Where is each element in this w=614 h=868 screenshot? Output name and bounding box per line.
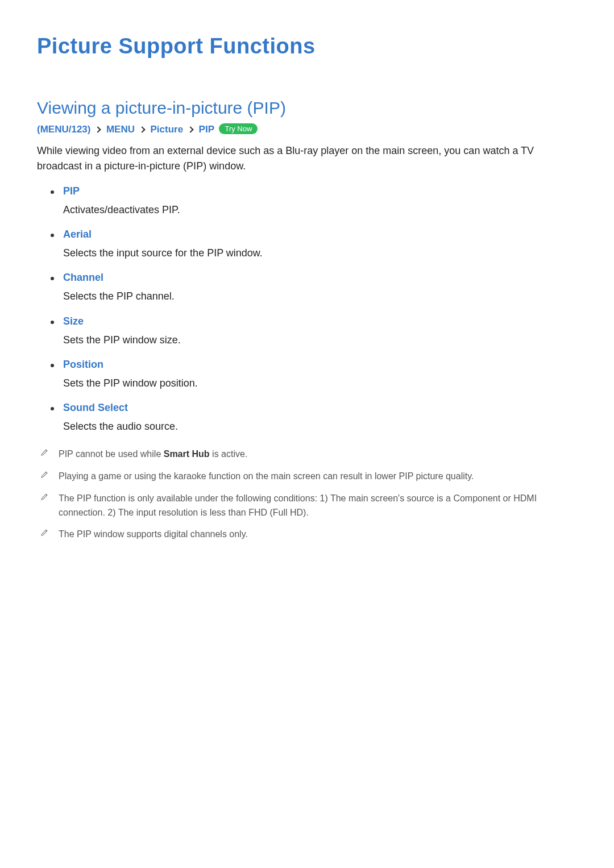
note-row: The PIP window supports digital channels… — [37, 528, 577, 542]
note-text: PIP cannot be used while Smart Hub is ac… — [59, 447, 577, 462]
setting-name: Aerial — [63, 229, 577, 240]
list-item: Position Sets the PIP window position. — [51, 359, 577, 391]
pencil-icon — [40, 492, 59, 501]
pencil-icon — [40, 528, 59, 537]
setting-desc: Selects the audio source. — [63, 421, 178, 432]
note-row: The PIP function is only available under… — [37, 492, 577, 520]
note-text: The PIP window supports digital channels… — [59, 528, 577, 542]
list-item: Channel Selects the PIP channel. — [51, 272, 577, 304]
setting-desc: Sets the PIP window size. — [63, 334, 181, 346]
notes-section: PIP cannot be used while Smart Hub is ac… — [37, 447, 577, 542]
try-now-badge[interactable]: Try Now — [219, 123, 258, 134]
list-item: Size Sets the PIP window size. — [51, 315, 577, 347]
setting-name: Channel — [63, 272, 577, 284]
setting-desc: Activates/deactivates PIP. — [63, 204, 180, 215]
note-text-bold: Smart Hub — [164, 449, 210, 459]
breadcrumb-item-4: PIP — [199, 124, 214, 135]
note-text-before: PIP cannot be used while — [59, 449, 164, 459]
pencil-icon — [40, 470, 59, 479]
list-item: PIP Activates/deactivates PIP. — [51, 185, 577, 217]
setting-name: Position — [63, 359, 577, 371]
setting-name: PIP — [63, 185, 577, 197]
setting-name: Sound Select — [63, 402, 577, 414]
note-row: Playing a game or using the karaoke func… — [37, 470, 577, 484]
setting-desc: Selects the input source for the PIP win… — [63, 247, 263, 259]
list-item: Aerial Selects the input source for the … — [51, 229, 577, 260]
note-row: PIP cannot be used while Smart Hub is ac… — [37, 447, 577, 462]
page-title: Picture Support Functions — [37, 34, 577, 59]
section-title: Viewing a picture-in-picture (PIP) — [37, 98, 577, 118]
note-text-after: is active. — [210, 449, 248, 459]
setting-name: Size — [63, 315, 577, 327]
pencil-icon — [40, 447, 59, 456]
breadcrumb-item-3: Picture — [150, 124, 183, 135]
chevron-right-icon — [95, 126, 101, 132]
breadcrumb-item-2: MENU — [106, 124, 135, 135]
note-text: Playing a game or using the karaoke func… — [59, 470, 577, 484]
intro-text: While viewing video from an external dev… — [37, 143, 577, 174]
note-text: The PIP function is only available under… — [59, 492, 577, 520]
chevron-right-icon — [187, 126, 193, 132]
breadcrumb-item-1: MENU/123 — [40, 124, 88, 135]
breadcrumb: (MENU/123) MENU Picture PIP Try Now — [37, 123, 577, 135]
breadcrumb-paren-close: ) — [88, 124, 91, 135]
setting-desc: Selects the PIP channel. — [63, 290, 175, 302]
list-item: Sound Select Selects the audio source. — [51, 402, 577, 434]
settings-list: PIP Activates/deactivates PIP. Aerial Se… — [37, 185, 577, 434]
setting-desc: Sets the PIP window position. — [63, 377, 198, 389]
chevron-right-icon — [139, 126, 145, 132]
